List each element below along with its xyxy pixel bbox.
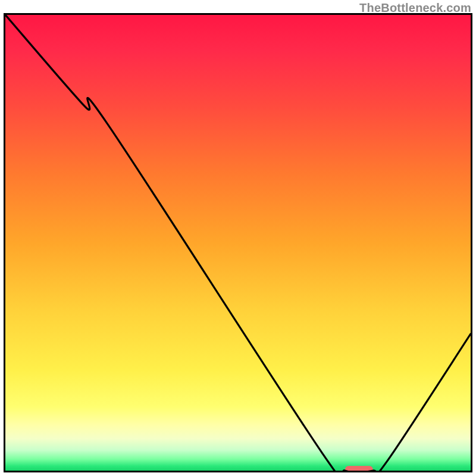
chart-frame [4,13,472,472]
bottleneck-curve [5,15,471,471]
optimum-marker [345,466,373,471]
chart-canvas [5,15,471,471]
